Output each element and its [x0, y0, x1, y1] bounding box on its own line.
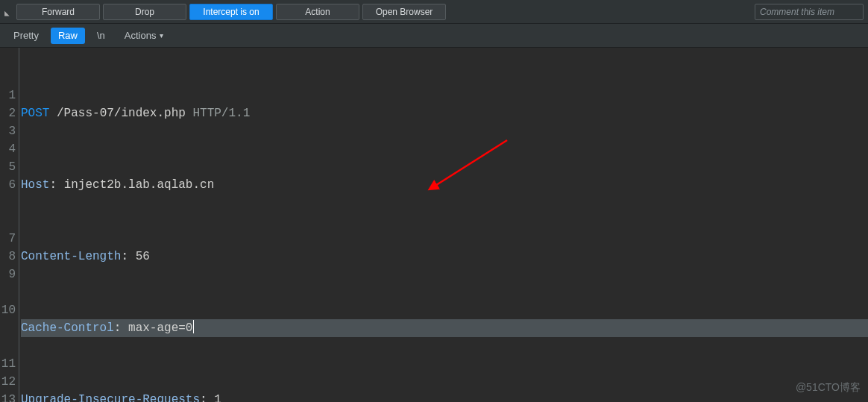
view-toolbar: Pretty Raw \n Actions ▾	[0, 24, 868, 48]
drop-button[interactable]: Drop	[103, 4, 186, 20]
text-caret	[193, 320, 194, 333]
chevron-down-icon: ▾	[160, 31, 163, 40]
raw-tab[interactable]: Raw	[51, 28, 85, 44]
request-line: POST /Pass-07/index.php HTTP/1.1	[21, 104, 868, 122]
watermark: @51CTO博客	[796, 381, 861, 395]
forward-button[interactable]: Forward	[16, 4, 100, 20]
open-browser-button[interactable]: Open Browser	[362, 4, 446, 20]
request-editor[interactable]: 123456 78910 1112131415 POST /Pass-07/in…	[0, 48, 868, 402]
actions-label: Actions	[125, 30, 157, 41]
action-button[interactable]: Action	[276, 4, 359, 20]
header-content-length: Content-Length: 56	[21, 248, 868, 266]
code-pane[interactable]: POST /Pass-07/index.php HTTP/1.1 Host: i…	[19, 48, 868, 402]
main-toolbar: ◣ Forward Drop Intercept is on Action Op…	[0, 0, 868, 24]
pretty-tab[interactable]: Pretty	[6, 28, 46, 44]
newline-toggle[interactable]: \n	[89, 28, 113, 44]
header-upgrade-insecure-requests: Upgrade-Insecure-Requests: 1	[21, 391, 868, 402]
header-host: Host: inject2b.lab.aqlab.cn	[21, 176, 868, 194]
intercept-toggle-button[interactable]: Intercept is on	[189, 4, 273, 20]
header-cache-control: Cache-Control: max-age=0	[21, 319, 868, 337]
comment-input[interactable]	[755, 4, 864, 20]
actions-dropdown[interactable]: Actions ▾	[117, 28, 172, 44]
corner-tri-icon: ◣	[4, 8, 12, 16]
line-gutter: 123456 78910 1112131415	[0, 48, 19, 402]
